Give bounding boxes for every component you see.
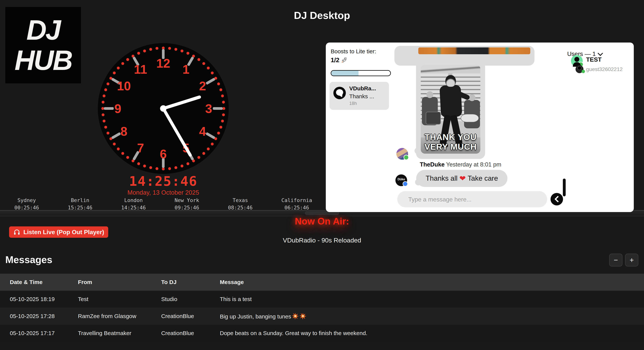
- message-text-before: Thanks all: [426, 175, 458, 182]
- svg-text:3: 3: [205, 102, 212, 116]
- world-clocks: Sydney00:25:46Berlin15:25:46London14:25:…: [0, 197, 326, 210]
- cell-to-dj: Studio: [161, 291, 220, 308]
- boosts-progress-fill: [331, 71, 358, 76]
- cell-to-dj: CreationBlue: [161, 308, 220, 325]
- guest-status-dot: [582, 70, 585, 73]
- world-clock-item: New York09:25:46: [174, 197, 199, 210]
- cell-message: This is a test: [220, 291, 644, 308]
- world-clock-time: 08:25:46: [228, 205, 252, 210]
- message-text-after: Take care: [468, 175, 498, 182]
- duke-avatar: Düke: [396, 175, 407, 186]
- station-name: VDubRadio - 90s Reloaded: [0, 237, 644, 244]
- column-header: From: [78, 274, 161, 291]
- column-header: Message: [220, 274, 644, 291]
- duke-avatar-label: Düke: [398, 178, 405, 181]
- headphones-icon: [13, 228, 20, 236]
- logo-line-2: HUB: [5, 46, 81, 75]
- cell-from: RamZee from Glasgow: [78, 308, 161, 325]
- svg-text:4: 4: [199, 124, 206, 138]
- pinned-preview: Thanks ...: [349, 93, 374, 100]
- zoom-out-button[interactable]: −: [609, 254, 622, 266]
- column-header: To DJ: [161, 274, 220, 291]
- world-clock-time: 09:25:46: [174, 205, 199, 210]
- user-avatar: [571, 55, 583, 67]
- cell-datetime: 05-10-2025 18:19: [0, 291, 78, 308]
- table-row: 05-10-2025 17:28RamZee from GlasgowCreat…: [0, 308, 644, 325]
- world-clock-item: Sydney00:25:46: [14, 197, 39, 210]
- chevron-down-icon: [598, 50, 603, 56]
- world-clock-city: New York: [174, 197, 199, 203]
- cell-to-dj: CreationBlue: [161, 325, 220, 342]
- svg-text:1: 1: [182, 62, 190, 76]
- table-row: 05-10-2025 18:19TestStudioThis is a test: [0, 291, 644, 308]
- messages-heading: Messages: [5, 254, 52, 265]
- boosts-label: Boosts to Lite tier:: [331, 48, 376, 55]
- world-clock-city: Texas: [228, 197, 252, 203]
- digital-time: 14:25:46: [0, 174, 326, 189]
- pinned-message-card[interactable]: VDubRa... Thanks ... 18h: [330, 82, 389, 110]
- text-message-bubble: Thanks all ❤ Take care: [416, 170, 508, 187]
- world-clock-city: California: [281, 197, 312, 203]
- world-clock-city: London: [121, 197, 146, 203]
- message-author-line: TheDuke Yesterday at 8:01 pm: [420, 161, 501, 168]
- gif-message-bubble: THANK YOU VERY MUCH: [416, 60, 485, 159]
- boom-emoji: [292, 313, 299, 320]
- svg-text:10: 10: [117, 79, 131, 93]
- cell-datetime: 05-10-2025 17:17: [0, 325, 78, 342]
- svg-text:9: 9: [114, 102, 122, 116]
- svg-text:6: 6: [160, 147, 167, 161]
- now-on-air-label: Now On Air:: [0, 216, 644, 227]
- message-timestamp: Yesterday at 8:01 pm: [446, 161, 501, 168]
- cell-message: Dope beats on a Sunday. Great way to fin…: [220, 325, 644, 342]
- boom-emoji: [300, 313, 306, 320]
- listen-live-button[interactable]: Listen Live (Pop Out Player): [9, 226, 108, 238]
- page-title: DJ Desktop: [0, 9, 644, 21]
- table-row: 05-10-2025 17:17Travelling BeatmakerCrea…: [0, 325, 644, 342]
- chat-input-container: [397, 191, 547, 207]
- svg-text:8: 8: [120, 124, 128, 138]
- author-name: TheDuke: [420, 161, 444, 168]
- world-clock-item: California06:25:46: [281, 197, 312, 210]
- messages-table: Date & TimeFromTo DJMessage 05-10-2025 1…: [0, 274, 644, 342]
- dj-desktop-app: DJ HUB DJ Desktop 123456789101112 14:25:…: [0, 0, 644, 350]
- guest-id: guest32602212: [586, 66, 622, 72]
- svg-text:12: 12: [156, 56, 170, 70]
- world-clock-time: 14:25:46: [121, 205, 146, 210]
- gif-sender-status-dot: [404, 155, 409, 160]
- duke-status-dot: [402, 181, 408, 186]
- cell-message: Big up Justin, banging tunes: [220, 308, 644, 325]
- user-name: TEST: [586, 56, 602, 63]
- date-text: Monday, 13 October 2025: [0, 189, 326, 196]
- pinned-name: VDubRa...: [349, 85, 376, 92]
- world-clock-item: Berlin15:25:46: [68, 197, 92, 210]
- svg-text:11: 11: [134, 62, 147, 76]
- svg-text:7: 7: [137, 141, 144, 155]
- boosts-value: 1/2: [331, 56, 347, 64]
- listen-live-label: Listen Live (Pop Out Player): [24, 229, 104, 236]
- chat-message-input[interactable]: [408, 191, 537, 208]
- world-clock-item: London14:25:46: [121, 197, 146, 210]
- collapse-chat-button[interactable]: [550, 193, 563, 205]
- analog-clock: 123456789101112: [97, 42, 230, 175]
- chat-vertical-scrollbar-thumb[interactable]: [563, 178, 566, 196]
- world-clock-time: 06:25:46: [281, 205, 312, 210]
- cell-from: Travelling Beatmaker: [78, 325, 161, 342]
- heart-emoji: ❤: [459, 174, 466, 183]
- gif-dancer: [440, 85, 462, 118]
- messages-table-header: Date & TimeFromTo DJMessage: [0, 274, 644, 291]
- pinned-time: 18h: [349, 101, 357, 106]
- svg-text:2: 2: [199, 79, 206, 93]
- column-header: Date & Time: [0, 274, 78, 291]
- world-clock-item: Texas08:25:46: [228, 197, 252, 210]
- world-clock-city: Sydney: [14, 197, 39, 203]
- boosts-progress-bar: [331, 70, 391, 76]
- guest-avatar: [576, 65, 584, 73]
- cell-from: Test: [78, 291, 161, 308]
- rocket-icon: [341, 57, 347, 63]
- speech-bubble-icon: [333, 87, 346, 99]
- world-clock-city: Berlin: [68, 197, 92, 203]
- chat-widget: Boosts to Lite tier: 1/2 VDubRa... Thank…: [326, 42, 634, 212]
- world-clock-time: 00:25:46: [14, 205, 39, 210]
- cell-datetime: 05-10-2025 17:28: [0, 308, 78, 325]
- zoom-in-button[interactable]: +: [625, 254, 638, 266]
